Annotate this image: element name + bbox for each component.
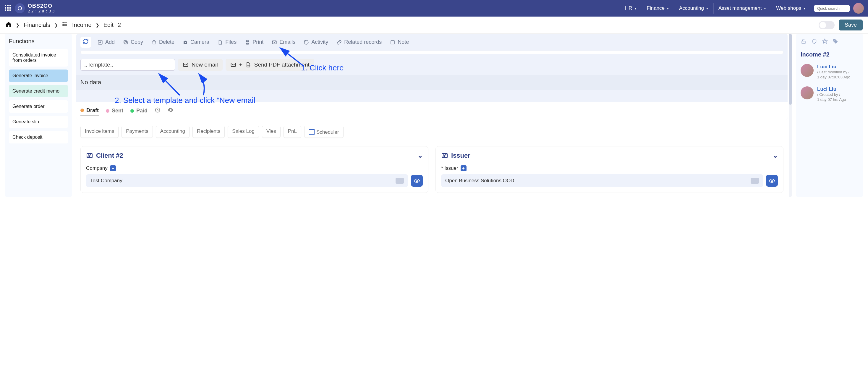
tab-payments[interactable]: Payments: [122, 126, 153, 138]
keyboard-icon: [396, 178, 404, 184]
svg-rect-4: [7, 7, 8, 8]
svg-text:PDF: PDF: [247, 64, 250, 66]
hscroll-track[interactable]: [81, 51, 783, 54]
svg-rect-7: [7, 9, 8, 11]
sidebar-item-generate-credit-memo[interactable]: Generate credit memo: [9, 85, 68, 97]
card-title: Client #2: [96, 152, 123, 159]
heart-icon[interactable]: [811, 38, 817, 46]
nav-finance[interactable]: Finance▼: [642, 3, 674, 13]
brand-logo[interactable]: OBS2GO 22:28:33: [15, 3, 56, 13]
send-pdf-attachment-button[interactable]: + PDF Send PDF attachment: [225, 59, 314, 71]
tab-vies[interactable]: Vies: [262, 126, 281, 138]
chevron-down-icon[interactable]: ⌄: [417, 152, 423, 159]
unlock-icon[interactable]: [801, 38, 807, 46]
bc-edit[interactable]: Edit: [103, 22, 114, 28]
tab-recipients[interactable]: Recipients: [192, 126, 225, 138]
new-email-button[interactable]: New email: [178, 59, 223, 71]
add-company-button[interactable]: +: [110, 165, 116, 171]
clock-icon[interactable]: [155, 107, 160, 115]
search-input[interactable]: [814, 5, 850, 12]
toggle-switch[interactable]: [818, 21, 835, 29]
view-company-button[interactable]: [411, 175, 423, 187]
activity-button[interactable]: Activity: [300, 37, 332, 47]
svg-rect-26: [391, 40, 394, 44]
detail-tabs: Invoice items Payments Accounting Recipi…: [76, 120, 787, 142]
record-toolbar: Add Copy Delete Camera Files Print Email…: [76, 34, 787, 50]
svg-point-44: [834, 40, 835, 41]
user-avatar[interactable]: [853, 3, 864, 13]
copy-button[interactable]: Copy: [119, 37, 147, 47]
toolbar-label: Note: [398, 39, 409, 45]
status-paid[interactable]: Paid: [130, 108, 148, 114]
nav-hr[interactable]: HR▼: [620, 3, 642, 13]
person-name[interactable]: Luci Liu: [817, 86, 846, 92]
notes-button[interactable]: Note: [386, 37, 413, 47]
status-sent[interactable]: Sent: [106, 108, 123, 114]
tab-pnl[interactable]: PnL: [283, 126, 301, 138]
add-issuer-button[interactable]: +: [461, 165, 467, 171]
sidebar-item-generate-order[interactable]: Generate order: [9, 100, 68, 113]
nav-web-shops[interactable]: Web shops▼: [771, 3, 811, 13]
add-button[interactable]: Add: [93, 37, 119, 47]
emails-button[interactable]: Emails: [268, 37, 300, 47]
related-records-button[interactable]: Related records: [332, 37, 386, 47]
svg-rect-20: [124, 40, 127, 43]
bc-income[interactable]: Income: [72, 22, 92, 28]
person-meta: / Last modified by /: [817, 70, 850, 75]
apps-grid-icon[interactable]: [4, 4, 11, 13]
refresh-button[interactable]: [81, 37, 91, 48]
home-icon[interactable]: [5, 21, 12, 29]
issuer-input[interactable]: Open Business Solutions OOD: [441, 174, 763, 187]
right-panel-title: Income #2: [801, 51, 859, 58]
brand-clock: 22:28:33: [28, 9, 56, 13]
bc-financials[interactable]: Financials: [24, 22, 50, 28]
vscroll-track[interactable]: [789, 34, 792, 197]
sidebar-item-generate-slip[interactable]: Geneate slip: [9, 116, 68, 128]
svg-point-13: [63, 23, 64, 23]
tab-invoice-items[interactable]: Invoice items: [81, 126, 119, 138]
logo-icon: [15, 3, 25, 13]
company-input[interactable]: Test Company: [86, 174, 408, 187]
id-card-icon: [86, 152, 93, 159]
sidebar-item-generate-invoice[interactable]: Generate invoice: [9, 69, 68, 82]
toolbar-label: Copy: [131, 39, 143, 45]
delete-button[interactable]: Delete: [147, 37, 179, 47]
label-text: Company: [86, 165, 107, 171]
tab-scheduler[interactable]: Scheduler: [304, 126, 344, 138]
issuer-field-label: * Issuer +: [441, 165, 778, 171]
chevron-down-icon: ▼: [763, 7, 766, 10]
functions-sidebar: Functions Consolidated invoice from orde…: [5, 34, 72, 197]
tab-sales-log[interactable]: Sales Log: [228, 126, 259, 138]
chevron-down-icon[interactable]: ⌄: [773, 152, 778, 159]
svg-rect-1: [7, 5, 8, 6]
svg-rect-23: [247, 40, 248, 42]
nav-accounting[interactable]: Accounting▼: [674, 3, 714, 13]
star-icon[interactable]: [822, 38, 828, 46]
camera-button[interactable]: Camera: [179, 37, 213, 47]
keyboard-icon: [751, 178, 759, 184]
issuer-card: Issuer ⌄ * Issuer + Open Business Soluti…: [435, 146, 783, 193]
files-button[interactable]: Files: [213, 37, 241, 47]
tag-icon[interactable]: [833, 38, 838, 46]
print-button[interactable]: Print: [241, 37, 268, 47]
sidebar-item-consolidated[interactable]: Consolidated invoice from orders: [9, 49, 68, 66]
toolbar-label: Files: [225, 39, 237, 45]
svg-rect-3: [5, 7, 6, 8]
sidebar-item-check-deposit[interactable]: Check deposit: [9, 131, 68, 144]
save-button[interactable]: Save: [839, 20, 863, 30]
status-draft[interactable]: Draft: [81, 107, 99, 116]
svg-point-40: [771, 180, 773, 182]
gear-icon[interactable]: [167, 107, 174, 115]
template-select[interactable]: ..Template..: [81, 59, 175, 71]
tab-accounting[interactable]: Accounting: [156, 126, 189, 138]
bc-id: 2: [118, 22, 121, 28]
chevron-down-icon: ▼: [634, 7, 637, 10]
view-issuer-button[interactable]: [766, 175, 778, 187]
person-name[interactable]: Luci Liu: [817, 64, 850, 70]
chevron-down-icon: ▼: [706, 7, 709, 10]
vscroll-thumb[interactable]: [789, 34, 792, 105]
nav-asset-management[interactable]: Asset management▼: [714, 3, 771, 13]
input-value: Open Business Solutions OOD: [445, 178, 514, 184]
toolbar-label: Delete: [159, 39, 175, 45]
tab-label: Scheduler: [316, 129, 339, 135]
